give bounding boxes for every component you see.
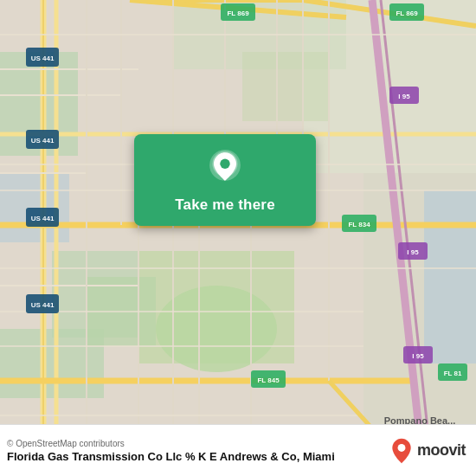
svg-text:US 441: US 441 (31, 301, 55, 309)
moovit-pin-icon (389, 437, 414, 465)
svg-point-74 (398, 444, 406, 452)
svg-text:US 441: US 441 (31, 55, 55, 62)
take-me-there-card[interactable]: Take me there (134, 134, 316, 226)
svg-text:I 95: I 95 (407, 248, 419, 256)
bottom-bar: © OpenStreetMap contributors Florida Gas… (0, 424, 476, 476)
map-container: US 441 US 441 US 441 US 441 FL 869 FL 86… (0, 0, 476, 476)
svg-text:I 95: I 95 (412, 352, 424, 360)
svg-text:FL 834: FL 834 (348, 221, 370, 228)
take-me-there-button-label: Take me there (175, 196, 275, 214)
svg-rect-10 (424, 190, 476, 363)
location-pin-icon (206, 150, 244, 188)
svg-text:I 95: I 95 (398, 93, 410, 100)
svg-point-73 (220, 159, 229, 169)
bottom-left-info: © OpenStreetMap contributors Florida Gas… (7, 439, 335, 463)
svg-text:FL 845: FL 845 (257, 376, 280, 384)
moovit-brand-name: moovit (417, 441, 466, 460)
map-attribution: © OpenStreetMap contributors (7, 439, 335, 448)
map-svg: US 441 US 441 US 441 US 441 FL 869 FL 86… (0, 0, 476, 476)
svg-text:US 441: US 441 (31, 137, 55, 145)
moovit-logo: moovit (389, 437, 466, 465)
svg-rect-12 (242, 52, 329, 121)
svg-text:FL 81: FL 81 (444, 370, 462, 377)
svg-text:FL 869: FL 869 (227, 10, 249, 17)
svg-text:US 441: US 441 (31, 215, 55, 222)
location-name: Florida Gas Transmission Co Llc % K E An… (7, 450, 335, 463)
svg-text:FL 869: FL 869 (396, 10, 418, 17)
